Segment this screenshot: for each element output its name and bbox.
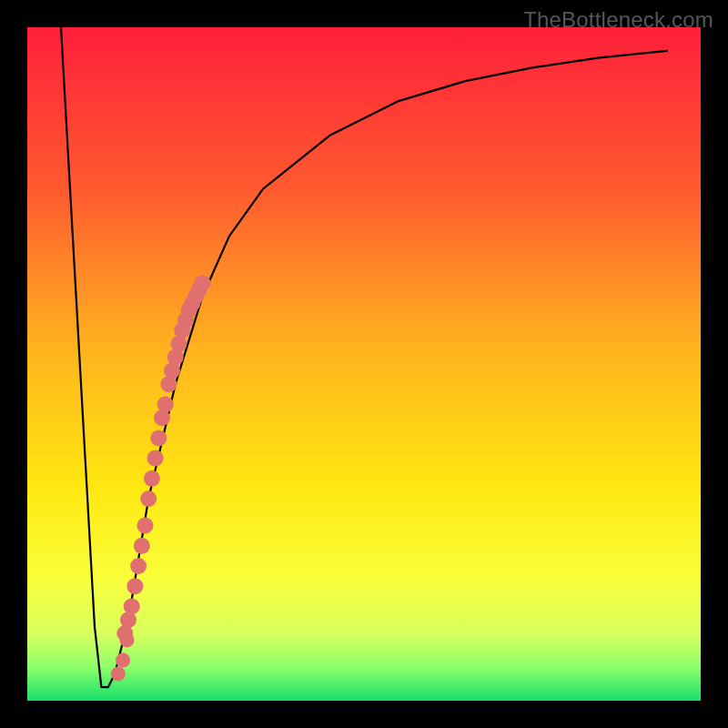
- dot: [120, 632, 135, 647]
- bottleneck-chart: [0, 0, 728, 728]
- dot: [137, 518, 154, 534]
- dot: [124, 598, 140, 614]
- dot: [116, 653, 130, 668]
- chart-container: TheBottleneck.com: [0, 0, 728, 728]
- watermark-text: TheBottleneck.com: [523, 7, 713, 33]
- dot: [144, 470, 160, 487]
- dot: [194, 275, 210, 291]
- dot: [147, 450, 164, 467]
- dot: [140, 490, 157, 507]
- dot: [150, 430, 167, 446]
- dot: [111, 666, 126, 681]
- dot: [126, 578, 143, 594]
- dot: [157, 396, 174, 412]
- dot: [130, 558, 147, 574]
- dot: [134, 538, 150, 554]
